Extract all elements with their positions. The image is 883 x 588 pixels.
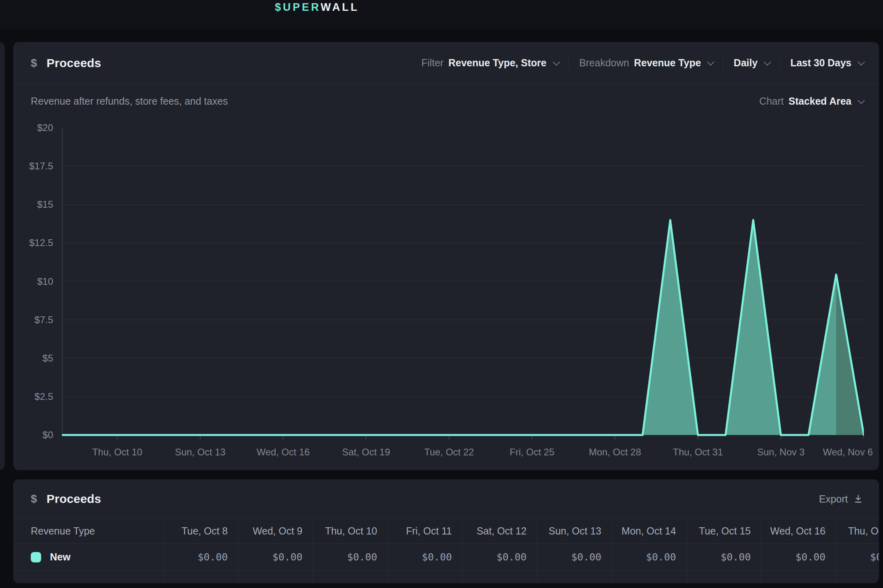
table-value-cell: $0.00 [686, 544, 761, 570]
table-value-cell: $0.00 [612, 544, 686, 570]
proceeds-chart-card: $ Proceeds Filter Revenue Type, Store Br… [13, 42, 879, 470]
x-axis-label: Fri, Oct 25 [510, 445, 555, 459]
y-axis-label: $12.5 [13, 237, 53, 249]
table-header-cell: Thu, Oct 17 [836, 519, 879, 543]
table-cell-partial [761, 571, 836, 583]
x-axis-label: Wed, Oct 16 [257, 445, 310, 459]
chart-subheader: Revenue after refunds, store fees, and t… [13, 84, 879, 118]
table-cell-partial [836, 571, 879, 583]
left-peek-card-header [0, 42, 5, 85]
y-axis-label: $20 [13, 122, 53, 134]
column-header-label: Thu, Oct 17 [848, 525, 879, 537]
table-cell-partial [388, 571, 462, 583]
table-cell-partial [612, 571, 686, 583]
x-axis-label: Sun, Nov 3 [757, 445, 805, 459]
series-swatch [31, 552, 41, 562]
y-axis-label: $15 [13, 199, 53, 211]
table-cell-partial [537, 571, 612, 583]
value-label: $0.00 [422, 551, 452, 563]
table-cell-partial [313, 571, 388, 583]
revenue-chart: $20$17.5$15$12.5$10$7.5$5$2.5$0 Thu, Oct… [13, 128, 879, 470]
table-cell-partial [238, 571, 313, 583]
granularity-value: Daily [734, 57, 758, 69]
table-header-cell: Sun, Oct 13 [537, 519, 612, 543]
download-icon [853, 494, 863, 504]
y-axis-label: $0 [13, 429, 53, 441]
x-axis-label: Thu, Oct 31 [673, 445, 723, 459]
table-header-cell: Wed, Oct 16 [761, 519, 836, 543]
value-label: $0.00 [497, 551, 527, 563]
chevron-down-icon [764, 58, 771, 66]
value-label: $0.00 [272, 551, 302, 563]
chevron-down-icon [707, 58, 714, 66]
table-card-title: Proceeds [47, 492, 101, 506]
export-label: Export [819, 493, 848, 505]
top-nav-bar: $UPERWALL [0, 0, 883, 29]
filter-value: Revenue Type, Store [448, 57, 546, 69]
value-label: $0.00 [198, 551, 228, 563]
chart-type-label: Chart [759, 95, 784, 107]
table-value-cell: $0.00 [388, 544, 462, 570]
column-header-label: Wed, Oct 16 [770, 525, 826, 537]
x-axis-label: Sun, Oct 13 [175, 445, 226, 459]
value-label: $0.00 [347, 551, 377, 563]
column-header-label: Tue, Oct 8 [181, 525, 228, 537]
superwall-logo[interactable]: $UPERWALL [275, 1, 359, 14]
column-header-label: Thu, Oct 10 [325, 525, 377, 537]
value-label: $0.00 [571, 551, 601, 563]
filter-control[interactable]: Filter Revenue Type, Store [411, 57, 569, 69]
table-value-cell: $0.00 [836, 544, 879, 570]
breakdown-control[interactable]: Breakdown Revenue Type [569, 57, 723, 69]
revenue-type-row: New$0.00$0.00$0.00$0.00$0.00$0.00$0.00$0… [13, 544, 879, 571]
table-header-cell: Revenue Type [13, 519, 163, 543]
column-header-label: Mon, Oct 14 [622, 525, 676, 537]
x-axis-labels: Thu, Oct 10Sun, Oct 13Wed, Oct 16Sat, Oc… [62, 445, 864, 459]
date-range-value: Last 30 Days [790, 57, 851, 69]
y-axis-label: $17.5 [13, 160, 53, 172]
y-axis-label: $2.5 [13, 391, 53, 403]
dollar-icon: $ [31, 493, 37, 505]
chart-type-value: Stacked Area [789, 95, 852, 107]
column-header-label: Wed, Oct 9 [253, 525, 302, 537]
table-header-cell: Tue, Oct 8 [163, 519, 238, 543]
series-label-cell: New [13, 544, 163, 570]
value-label: $0.00 [870, 551, 879, 563]
value-label: $0.00 [646, 551, 676, 563]
proceeds-table-card: $ Proceeds Export Revenue TypeTue, Oct 8… [13, 479, 879, 583]
date-range-control[interactable]: Last 30 Days [780, 57, 863, 69]
table-value-cell: $0.00 [163, 544, 238, 570]
stacked-area-plot [62, 128, 864, 440]
x-axis-label: Wed, Nov 6 [823, 445, 873, 459]
table-cell-partial [462, 571, 537, 583]
y-axis-label: $5 [13, 352, 53, 364]
column-header-label: Fri, Oct 11 [406, 525, 452, 537]
table-value-cell: $0.00 [462, 544, 537, 570]
breakdown-value: Revenue Type [634, 57, 701, 69]
value-label: $0.00 [721, 551, 751, 563]
y-axis-labels: $20$17.5$15$12.5$10$7.5$5$2.5$0 [13, 128, 53, 435]
granularity-control[interactable]: Daily [723, 57, 780, 69]
chevron-down-icon [857, 58, 865, 66]
chart-card-header: $ Proceeds Filter Revenue Type, Store Br… [13, 42, 879, 84]
table-header-cell: Fri, Oct 11 [388, 519, 462, 543]
logo-white-part: WALL [321, 1, 359, 13]
x-axis-label: Mon, Oct 28 [589, 445, 641, 459]
table-cell-partial [163, 571, 238, 583]
column-header-label: Sun, Oct 13 [549, 525, 601, 537]
column-header-label: Revenue Type [31, 525, 95, 537]
export-button[interactable]: Export [819, 493, 863, 505]
table-row: Revenue TypeTue, Oct 8Wed, Oct 9Thu, Oct… [13, 519, 879, 544]
x-axis-label: Thu, Oct 10 [92, 445, 142, 459]
chevron-down-icon [857, 97, 865, 104]
chart-type-control[interactable]: Chart Stacked Area [759, 95, 863, 107]
table-header-cell: Tue, Oct 15 [686, 519, 761, 543]
left-peek-card[interactable] [0, 42, 5, 470]
breakdown-label: Breakdown [579, 57, 629, 69]
filter-label: Filter [422, 57, 444, 69]
dollar-icon: $ [31, 57, 37, 70]
table-header-cell: Sat, Oct 12 [462, 519, 537, 543]
x-axis-label: Tue, Oct 22 [424, 445, 474, 459]
column-header-label: Tue, Oct 15 [699, 525, 751, 537]
table-value-cell: $0.00 [313, 544, 388, 570]
revenue-table: Revenue TypeTue, Oct 8Wed, Oct 9Thu, Oct… [13, 518, 879, 583]
